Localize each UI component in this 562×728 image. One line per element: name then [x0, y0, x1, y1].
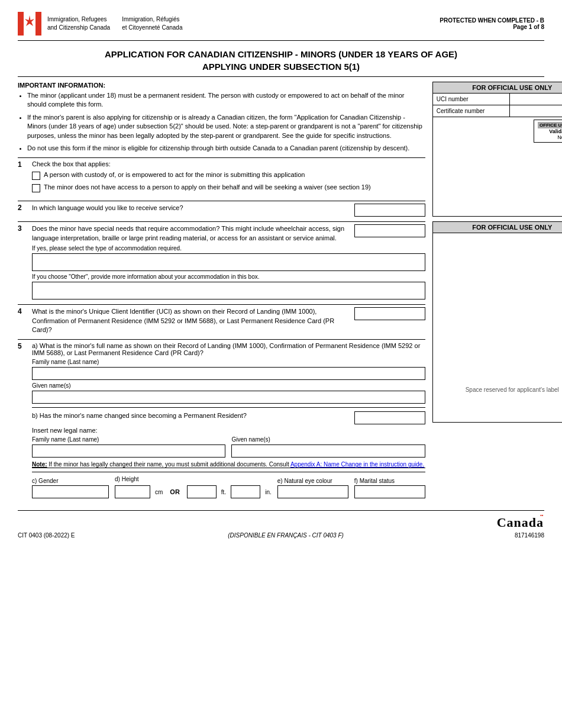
section-4-num: 4 — [18, 307, 27, 315]
bullet-3: Do not use this form if the minor is eli… — [27, 144, 425, 153]
validated-label: Validated — [538, 128, 562, 134]
dept-fr-line2: et Citoyenneté Canada — [122, 24, 182, 32]
canada-flag-icon — [18, 12, 41, 36]
protected-label: PROTECTED WHEN COMPLETED - B — [440, 17, 544, 24]
certificate-label: Certificate number — [433, 105, 510, 117]
section-2: 2 In which language would you like to re… — [18, 204, 425, 217]
bullet-1: The minor (applicant under 18) must be a… — [27, 91, 425, 109]
uci-label: UCI number — [433, 94, 510, 105]
checkbox-1[interactable] — [32, 172, 40, 180]
validated-value: No — [538, 134, 562, 140]
cm-label: cm — [155, 489, 163, 495]
barcode-number: 817146198 — [515, 532, 544, 539]
bullet-2: If the minor's parent is also applying f… — [27, 113, 425, 140]
checkbox-1-label: A person with custody of, or is empowere… — [44, 171, 305, 178]
given-name-input[interactable] — [32, 391, 425, 404]
checkbox-2-label: The minor does not have access to a pers… — [44, 183, 371, 191]
marital-status-field: f) Marital status — [354, 478, 425, 498]
certificate-value[interactable] — [510, 105, 562, 117]
validated-row: OFFICE USE ONLY Validated No — [433, 117, 562, 145]
name-changed-input[interactable] — [354, 411, 425, 424]
section-1-num: 1 — [18, 160, 27, 169]
section-1-content: Check the box that applies: A person wit… — [32, 160, 425, 196]
new-given-name-input[interactable] — [231, 444, 425, 458]
official-use-bottom-box: FOR OFFICIAL USE ONLY Space reserved for… — [432, 221, 562, 423]
title-line2: APPLYING UNDER SUBSECTION 5(1) — [18, 60, 544, 73]
appendix-link[interactable]: Appendix A: Name Change in the instructi… — [290, 461, 424, 468]
eye-colour-field: e) Natural eye colour — [277, 478, 348, 498]
checkbox-2[interactable] — [32, 184, 40, 192]
other-info-label: If you choose "Other", provide more info… — [32, 273, 425, 280]
title-line1: APPLICATION FOR CANADIAN CITIZENSHIP - M… — [18, 48, 544, 60]
marital-status-input[interactable] — [354, 485, 425, 498]
note-keyword: Note: — [32, 461, 47, 468]
height-in-input[interactable] — [231, 485, 260, 498]
given-name-label: Given name(s) — [32, 382, 425, 389]
ft-label: ft. — [221, 489, 226, 495]
height-cm-input[interactable] — [115, 485, 150, 498]
new-family-name-field: Family name (Last name) — [32, 436, 225, 458]
uci-field-row: UCI number — [433, 94, 562, 105]
canada-wordmark: Canadä — [497, 514, 544, 530]
section-4: 4 What is the minor's Unique Client Iden… — [18, 307, 425, 334]
section-3-label: Does the minor have special needs that r… — [32, 224, 350, 243]
height-label: d) Height — [115, 476, 272, 482]
service-language-input[interactable] — [354, 204, 425, 217]
header-right: PROTECTED WHEN COMPLETED - B Page 1 of 8 — [440, 17, 544, 30]
height-ft-input[interactable] — [187, 485, 217, 498]
official-use-empty-area — [433, 145, 562, 216]
validated-box: OFFICE USE ONLY Validated No — [534, 120, 562, 143]
section-5b-label: b) Has the minor's name changed since be… — [32, 411, 350, 420]
section-5b: b) Has the minor's name changed since be… — [32, 411, 425, 468]
new-family-name-input[interactable] — [32, 444, 225, 458]
accommodation-yes-no-input[interactable] — [354, 224, 425, 237]
official-use-bottom-header: FOR OFFICIAL USE ONLY — [433, 222, 562, 233]
section-3-num: 3 — [18, 224, 27, 233]
left-column: IMPORTANT INFORMATION: The minor (applic… — [18, 82, 425, 503]
uci-input[interactable] — [354, 307, 425, 320]
footer-right: Canadä 817146198 — [497, 514, 544, 538]
section-5a-label: a) What is the minor's full name as show… — [32, 342, 425, 356]
insert-label: Insert new legal name: — [32, 427, 425, 434]
other-info-input[interactable] — [32, 282, 425, 299]
footer-form-code: CIT 0403 (08-2022) E — [18, 532, 75, 539]
right-column: FOR OFFICIAL USE ONLY UCI number Certifi… — [432, 82, 562, 503]
logo-area: Immigration, Refugees and Citizenship Ca… — [18, 12, 182, 36]
page-footer: CIT 0403 (08-2022) E (DISPONIBLE EN FRAN… — [18, 510, 544, 538]
new-family-name-label: Family name (Last name) — [32, 436, 225, 443]
height-field: d) Height cm OR ft. in. — [115, 476, 272, 498]
official-use-top-header: FOR OFFICIAL USE ONLY — [433, 82, 562, 94]
accommodation-type-input[interactable] — [32, 253, 425, 271]
section-5-num: 5 — [18, 342, 27, 350]
space-reserved-area: Space reserved for applicant's label — [433, 233, 562, 399]
name-note-container: Note: If the minor has legally changed t… — [32, 461, 425, 468]
section-1: 1 Check the box that applies: A person w… — [18, 160, 425, 196]
new-given-name-label: Given name(s) — [231, 436, 425, 443]
certificate-field-row: Certificate number — [433, 105, 562, 117]
page-label: Page 1 of 8 — [440, 24, 544, 30]
uci-value[interactable] — [510, 94, 562, 105]
page-header: Immigration, Refugees and Citizenship Ca… — [18, 12, 544, 36]
svg-rect-0 — [18, 12, 24, 36]
dept-fr-line1: Immigration, Réfugiés — [122, 15, 182, 24]
section-2-label: In which language would you like to rece… — [32, 204, 350, 212]
marital-status-label: f) Marital status — [354, 478, 425, 484]
office-use-only-label: OFFICE USE ONLY — [538, 122, 562, 128]
gender-label: c) Gender — [32, 478, 109, 484]
bullet-list: The minor (applicant under 18) must be a… — [27, 91, 425, 153]
department-name: Immigration, Refugees and Citizenship Ca… — [47, 15, 182, 32]
page-title: APPLICATION FOR CANADIAN CITIZENSHIP - M… — [18, 48, 544, 73]
section-5a: a) What is the minor's full name as show… — [32, 342, 425, 404]
svg-rect-2 — [35, 12, 41, 36]
eye-colour-input[interactable] — [277, 485, 348, 498]
new-name-row: Family name (Last name) Given name(s) — [32, 436, 425, 458]
main-layout: IMPORTANT INFORMATION: The minor (applic… — [18, 82, 544, 503]
or-label: OR — [170, 488, 180, 495]
section-2-num: 2 — [18, 204, 27, 212]
accommodation-sub-label: If yes, please select the type of accomm… — [32, 245, 425, 252]
eye-colour-label: e) Natural eye colour — [277, 478, 348, 484]
family-name-input[interactable] — [32, 367, 425, 380]
new-given-name-field: Given name(s) — [231, 436, 425, 458]
gender-input[interactable] — [32, 485, 109, 498]
section-1-label: Check the box that applies: — [32, 160, 425, 167]
